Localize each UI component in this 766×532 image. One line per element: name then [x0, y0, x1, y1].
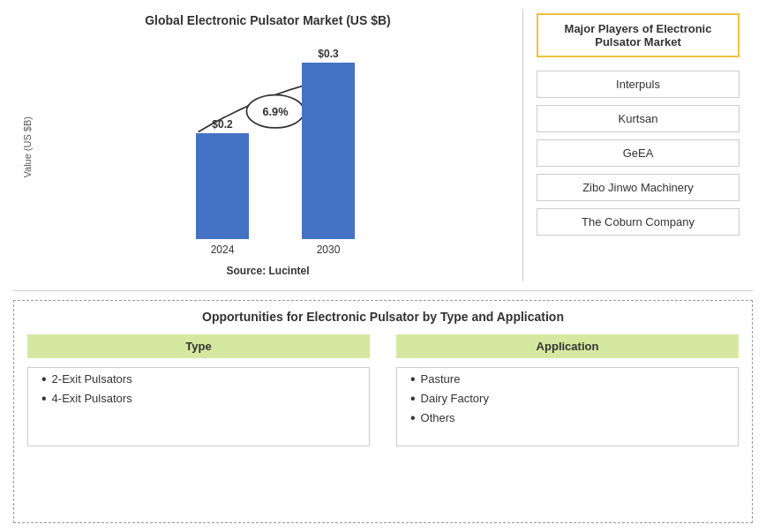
app-item-2: • Dairy Factory	[410, 392, 725, 406]
bottom-section: Opportunities for Electronic Pulsator by…	[13, 300, 753, 523]
type-content: • 2-Exit Pulsators • 4-Exit Pulsators	[27, 367, 370, 446]
bottom-columns: Type • 2-Exit Pulsators • 4-Exit Pulsato…	[27, 334, 739, 446]
application-content: • Pasture • Dairy Factory • Others	[396, 367, 739, 446]
bar-year-2024: 2024	[211, 244, 235, 256]
app-bullet-3: •	[410, 411, 416, 425]
y-axis-label: Value (US $B)	[22, 116, 33, 178]
type-item-2: • 4-Exit Pulsators	[41, 392, 356, 406]
type-header: Type	[27, 334, 370, 358]
type-item-1: • 2-Exit Pulsators	[41, 372, 356, 386]
source-label: Source: Lucintel	[226, 265, 309, 277]
bar-value-2024: $0.2	[212, 118, 232, 131]
application-column: Application • Pasture • Dairy Factory • …	[396, 334, 739, 446]
players-area: Major Players of Electronic Pulsator Mar…	[523, 9, 753, 281]
app-item-label-1: Pasture	[421, 372, 461, 386]
type-item-label-2: 4-Exit Pulsators	[52, 392, 132, 405]
bar-2030	[302, 63, 355, 239]
cagr-arrow-svg: 6.9%	[37, 34, 514, 260]
bar-group-2030: $0.3 2030	[302, 48, 355, 256]
player-geea: GeEA	[537, 139, 740, 167]
type-item-label-1: 2-Exit Pulsators	[52, 372, 132, 386]
svg-point-1	[246, 95, 304, 128]
app-item-1: • Pasture	[410, 372, 725, 386]
chart-inner: 6.9% $0.2 2024 $0.3 2030	[37, 34, 514, 260]
players-title: Major Players of Electronic Pulsator Mar…	[537, 13, 740, 57]
top-section: Global Electronic Pulsator Market (US $B…	[13, 9, 753, 291]
svg-text:6.9%: 6.9%	[262, 105, 289, 118]
bar-2024	[196, 133, 249, 239]
player-zibo: Zibo Jinwo Machinery	[537, 174, 740, 201]
bars-container: 6.9% $0.2 2024 $0.3 2030	[37, 34, 514, 260]
chart-title: Global Electronic Pulsator Market (US $B…	[145, 13, 391, 27]
player-kurtsan: Kurtsan	[537, 105, 740, 132]
type-column: Type • 2-Exit Pulsators • 4-Exit Pulsato…	[27, 334, 370, 446]
player-interpuls: Interpuls	[537, 71, 740, 98]
chart-wrapper: Value (US $B)	[22, 34, 514, 260]
bar-year-2030: 2030	[317, 244, 341, 256]
app-item-label-2: Dairy Factory	[421, 392, 489, 405]
bar-value-2030: $0.3	[318, 48, 338, 60]
app-item-label-3: Others	[421, 411, 455, 424]
player-coburn: The Coburn Company	[537, 208, 740, 236]
chart-area: Global Electronic Pulsator Market (US $B…	[13, 9, 523, 281]
bottom-title: Opportunities for Electronic Pulsator by…	[27, 310, 739, 324]
application-header: Application	[396, 334, 739, 358]
app-item-3: • Others	[410, 411, 725, 425]
bullet-dot-1: •	[41, 372, 47, 386]
main-container: Global Electronic Pulsator Market (US $B…	[0, 0, 766, 532]
app-bullet-2: •	[410, 392, 416, 406]
bar-group-2024: $0.2 2024	[196, 118, 249, 256]
app-bullet-1: •	[410, 372, 416, 386]
bullet-dot-2: •	[41, 392, 47, 406]
